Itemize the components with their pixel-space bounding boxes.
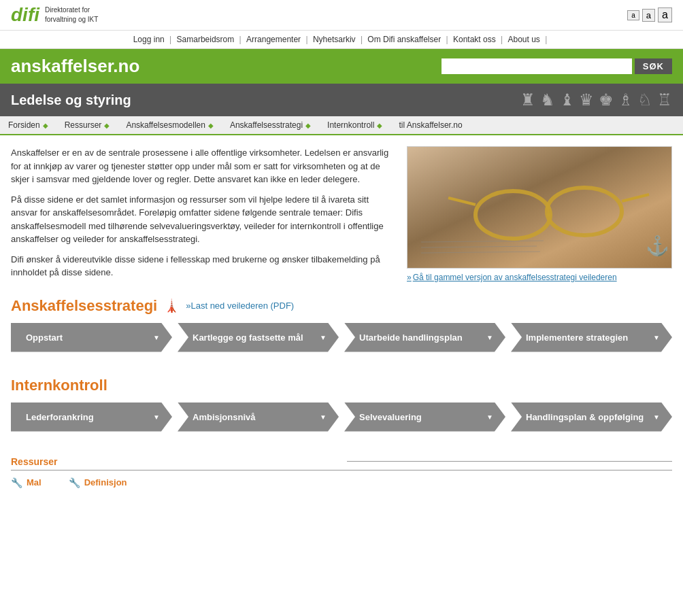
green-bar: anskaffelser.no SØK: [0, 49, 683, 84]
btn-utarbeide[interactable]: Utarbeide handlingsplan ▼: [344, 323, 505, 352]
nav-logg-inn[interactable]: Logg inn: [133, 35, 165, 44]
breadcrumb-anskaffelsesmodellen[interactable]: Anskaffelsesmodellen ◆: [118, 116, 222, 134]
section-header: Ledelse og styring ♜ ♞ ♝ ♛ ♚ ♗ ♘ ♖: [0, 84, 683, 116]
main-para-3: Difi ønsker å videreutvikle disse sidene…: [11, 253, 396, 279]
main-content: Anskaffelser er en av de sentrale proses…: [0, 135, 683, 297]
pdf-link[interactable]: »Last ned veilederen (PDF): [186, 301, 294, 311]
search-area: SØK: [442, 58, 672, 74]
svg-text:⚓: ⚓: [646, 235, 669, 257]
dropdown-arrow-icon: ▼: [320, 334, 327, 341]
hero-svg: ⚓: [407, 147, 672, 269]
anskaffelsesstrategi-buttons: Oppstart ▼ Kartlegge og fastsette mål ▼ …: [11, 323, 672, 352]
ressurser-divider: [347, 461, 672, 462]
breadcrumb-forsiden[interactable]: Forsiden ◆: [0, 116, 56, 134]
dropdown-arrow-icon: ▼: [486, 413, 493, 421]
btn-oppstart[interactable]: Oppstart ▼: [11, 323, 172, 352]
main-left: Anskaffelser er en av de sentrale proses…: [11, 146, 396, 286]
dropdown-arrow-icon: ▼: [320, 413, 327, 421]
anskaffelsesstrategi-heading: Anskaffelsesstrategi 🗼 »Last ned veilede…: [11, 297, 672, 315]
nav-samarbeidsrom[interactable]: Samarbeidsrom: [177, 35, 235, 44]
internkontroll-heading: Internkontroll: [11, 377, 672, 394]
bc-arrow-icon: ◆: [43, 122, 48, 129]
nav-om-difi[interactable]: Om Difi anskaffelser: [367, 35, 441, 44]
site-title: anskaffelser.no: [11, 56, 139, 77]
btn-selvevaluering[interactable]: Selvevaluering ▼: [344, 403, 505, 432]
breadcrumb-anskaffelsesstrategi[interactable]: Anskaffelsesstrategi ◆: [222, 116, 319, 134]
ressurser-heading: Ressurser: [11, 456, 672, 470]
nav-arrangementer[interactable]: Arrangementer: [246, 35, 301, 44]
btn-kartlegge[interactable]: Kartlegge og fastsette mål ▼: [178, 323, 339, 352]
header: difi Direktoratet for forvaltning og IKT…: [0, 0, 683, 31]
main-right: ⚓ Gå til gammel versjon av anskaffelsess…: [407, 146, 672, 286]
breadcrumb-internkontroll[interactable]: Internkontroll ◆: [319, 116, 390, 134]
btn-ambisjonsniva[interactable]: Ambisjonsnivå ▼: [178, 403, 339, 432]
internkontroll-buttons: Lederforankring ▼ Ambisjonsnivå ▼ Selvev…: [11, 403, 672, 432]
main-para-2: På disse sidene er det samlet informasjo…: [11, 193, 396, 246]
ressurser-items: 🔧 Mal 🔧 Definisjon: [11, 477, 672, 488]
anskaffelsesstrategi-section: Anskaffelsesstrategi 🗼 »Last ned veilede…: [0, 297, 683, 377]
tower-icon: 🗼: [164, 298, 179, 313]
font-medium-button[interactable]: a: [642, 9, 655, 22]
ressurs-definisjon[interactable]: 🔧 Definisjon: [69, 477, 127, 488]
wrench-icon: 🔧: [69, 477, 80, 488]
top-nav: Logg inn | Samarbeidsrom | Arrangementer…: [0, 31, 683, 49]
nav-nyhetsarkiv[interactable]: Nyhetsarkiv: [313, 35, 356, 44]
main-para-1: Anskaffelser er en av de sentrale proses…: [11, 146, 396, 186]
btn-implementere[interactable]: Implementere strategien ▼: [511, 323, 672, 352]
breadcrumb-til-anskaffelser[interactable]: til Anskaffelser.no: [390, 116, 470, 134]
btn-lederforankring[interactable]: Lederforankring ▼: [11, 403, 172, 432]
bc-arrow-icon: ◆: [208, 122, 214, 129]
ressurser-section: Ressurser 🔧 Mal 🔧 Definisjon: [0, 456, 683, 499]
bc-arrow-icon: ◆: [305, 122, 311, 129]
font-large-button[interactable]: a: [658, 7, 672, 22]
dropdown-arrow-icon: ▼: [153, 413, 160, 421]
btn-handlingsplan[interactable]: Handlingsplan & oppfølging ▼: [511, 403, 672, 432]
chess-icons: ♜ ♞ ♝ ♛ ♚ ♗ ♘ ♖: [520, 90, 672, 109]
ressurs-mal[interactable]: 🔧 Mal: [11, 477, 41, 488]
logo-text: Direktoratet for forvaltning og IKT: [45, 5, 98, 24]
dropdown-arrow-icon: ▼: [653, 334, 660, 341]
font-size-controls[interactable]: a a a: [627, 7, 672, 22]
hero-image: ⚓: [407, 146, 672, 269]
logo: difi Direktoratet for forvaltning og IKT: [11, 5, 98, 24]
svg-rect-1: [407, 147, 672, 269]
wrench-icon: 🔧: [11, 477, 22, 488]
logo-difi: difi: [11, 5, 39, 24]
nav-about-us[interactable]: About us: [507, 35, 539, 44]
nav-kontakt-oss[interactable]: Kontakt oss: [453, 35, 496, 44]
dropdown-arrow-icon: ▼: [486, 334, 493, 341]
breadcrumb-ressurser[interactable]: Ressurser ◆: [56, 116, 118, 134]
breadcrumb-nav: Forsiden ◆ Ressurser ◆ Anskaffelsesmodel…: [0, 116, 683, 135]
internkontroll-section: Internkontroll Lederforankring ▼ Ambisjo…: [0, 377, 683, 456]
dropdown-arrow-icon: ▼: [153, 334, 160, 341]
bc-arrow-icon: ◆: [377, 122, 382, 129]
search-input[interactable]: [442, 58, 632, 74]
section-title: Ledelse og styring: [11, 92, 131, 108]
bc-arrow-icon: ◆: [104, 122, 110, 129]
font-small-button[interactable]: a: [627, 10, 639, 20]
dropdown-arrow-icon: ▼: [653, 413, 660, 421]
search-button[interactable]: SØK: [635, 58, 672, 74]
image-link[interactable]: Gå til gammel versjon av anskaffelsesstr…: [407, 273, 672, 282]
